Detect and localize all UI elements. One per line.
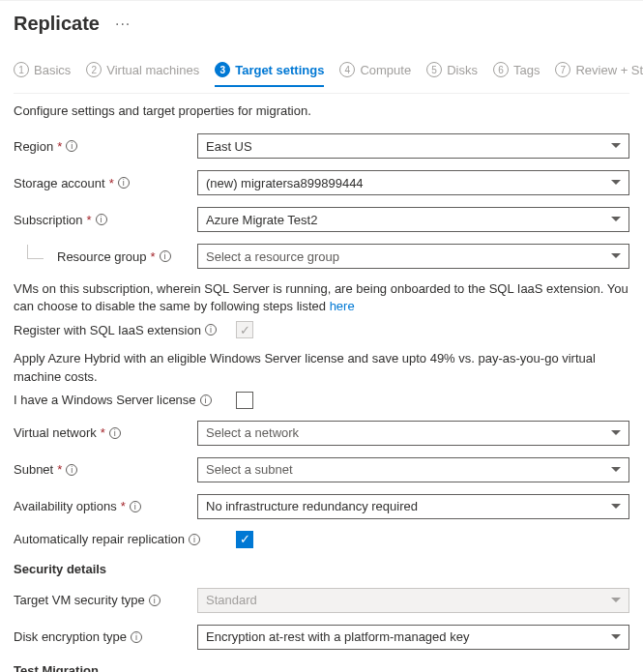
storage-select[interactable]: (new) migratersa899899444 [197,170,629,195]
availability-select[interactable]: No infrastructure redundancy required [197,494,629,519]
info-icon[interactable]: i [149,595,161,606]
register-iaas-checkbox: ✓ [236,321,253,338]
tab-target-settings[interactable]: 3Target settings [215,62,324,87]
availability-label: Availability options [14,499,117,513]
chevron-down-icon [611,217,621,222]
win-license-checkbox[interactable] [236,392,253,409]
subscription-select[interactable]: Azure Migrate Test2 [197,207,629,232]
intro-text: Configure settings and target properties… [14,103,629,118]
region-label: Region [14,139,53,154]
info-icon[interactable]: i [130,501,141,512]
info-icon[interactable]: i [109,427,121,439]
sql-note: VMs on this subscription, wherein SQL Se… [14,280,629,315]
info-icon[interactable]: i [160,250,171,262]
info-icon[interactable]: i [118,177,130,189]
tab-basics[interactable]: 1Basics [14,62,71,87]
vnet-label: Virtual network [14,425,97,440]
info-icon[interactable]: i [131,631,142,643]
tab-tags[interactable]: 6Tags [493,62,540,87]
storage-label: Storage account [14,176,105,190]
disk-encryption-select[interactable]: Encryption at-rest with a platform-manag… [197,625,629,650]
info-icon[interactable]: i [189,534,200,545]
target-vm-security-label: Target VM security type [14,593,145,607]
test-migration-section-title: Test Migration [14,663,629,672]
info-icon[interactable]: i [205,324,217,336]
resource-group-label: Resource group [57,249,147,264]
chevron-down-icon [611,634,621,640]
auto-repair-label: Automatically repair replication [14,532,185,546]
register-iaas-label: Register with SQL IaaS extension [14,323,201,337]
chevron-down-icon [611,253,621,259]
target-vm-security-select: Standard [197,588,629,613]
chevron-down-icon [611,180,621,186]
step-tabs: 1Basics 2Virtual machines 3Target settin… [14,62,629,87]
vnet-select[interactable]: Select a network [197,421,629,446]
info-icon[interactable]: i [96,214,107,225]
tab-compute[interactable]: 4Compute [339,62,411,87]
tab-disks[interactable]: 5Disks [426,62,478,87]
tab-review[interactable]: 7Review + Start replication [555,62,643,87]
chevron-down-icon [611,598,621,603]
page-title: Replicate [14,13,100,35]
info-icon[interactable]: i [66,464,77,476]
chevron-down-icon [611,430,621,436]
subscription-label: Subscription [14,213,83,227]
auto-repair-checkbox[interactable]: ✓ [236,531,253,548]
region-select[interactable]: East US [197,133,629,159]
win-license-label: I have a Windows Server license [14,393,196,407]
info-icon[interactable]: i [200,394,212,406]
more-actions-icon[interactable]: ··· [115,15,131,33]
chevron-down-icon [611,143,621,149]
tab-virtual-machines[interactable]: 2Virtual machines [86,62,199,87]
subnet-label: Subnet [14,462,53,477]
resource-group-select[interactable]: Select a resource group [197,244,629,269]
security-section-title: Security details [14,562,629,576]
sql-disable-link[interactable]: here [330,299,355,313]
chevron-down-icon [611,467,621,473]
chevron-down-icon [611,504,621,510]
hybrid-note: Apply Azure Hybrid with an eligible Wind… [14,350,629,385]
info-icon[interactable]: i [66,140,77,152]
subnet-select[interactable]: Select a subnet [197,457,629,482]
disk-encryption-label: Disk encryption type [14,629,127,644]
